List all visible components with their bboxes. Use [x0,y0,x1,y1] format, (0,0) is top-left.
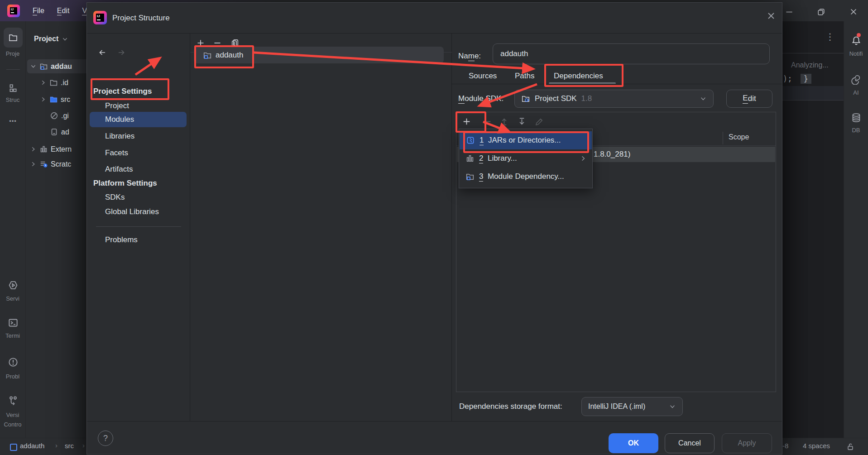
status-encoding[interactable]: -8 [782,442,788,450]
ai-assistant-button[interactable] [849,72,863,86]
library-icon [39,145,48,153]
jar-icon [466,136,475,145]
tree-label: Extern [51,145,72,153]
window-close-button[interactable] [847,5,860,19]
breadcrumb-src[interactable]: src [65,442,74,450]
nav-item-problems[interactable]: Problems [105,233,138,247]
storage-format-select[interactable]: IntelliJ IDEA (.iml) [581,397,683,416]
chevron-down-icon [669,403,676,410]
ok-button[interactable]: OK [609,433,658,453]
database-label: DB [844,127,868,134]
tab-dependencies[interactable]: Dependencies [554,72,603,81]
breadcrumb-module[interactable]: addauth [20,442,44,450]
tool-structure-button[interactable] [6,81,20,95]
back-icon[interactable] [98,48,107,57]
chevron-right-icon[interactable] [40,96,47,103]
nav-item-project[interactable]: Project [105,99,129,113]
module-sdk-select[interactable]: Project SDK 1.8 [514,90,714,108]
dialog-close-button[interactable] [764,9,778,23]
lock-icon[interactable] [846,442,855,451]
menu-item-module-dependency[interactable]: 3 Module Dependency... [459,168,592,186]
nav-divider [96,226,181,227]
notifications-button[interactable] [849,34,863,48]
tree-row-iml[interactable]: ad [50,125,69,139]
tree-label: .gi [61,112,69,120]
move-down-button[interactable] [515,115,528,128]
scope-column-divider [723,132,723,144]
move-up-button[interactable] [497,115,511,128]
right-tool-strip: Notifi AI DB [844,21,868,438]
tree-row-gitignore[interactable]: .gi [50,109,69,123]
cancel-button[interactable]: Cancel [665,433,715,453]
edit-dependency-button[interactable] [532,115,546,128]
modules-list-panel: addauth [190,34,452,421]
name-label: Name: [458,52,481,61]
storage-format-value: IntelliJ IDEA (.iml) [588,402,645,411]
menu-edit[interactable]: Edit [57,7,70,15]
sdk-edit-button[interactable]: Edit [726,90,772,108]
menu-file[interactable]: File [33,7,44,15]
window-minimize-button[interactable] [782,5,796,19]
tree-row-external-libraries[interactable]: Extern [30,142,72,156]
project-tool-window-title: Project [34,35,58,43]
tab-paths[interactable]: Paths [515,72,534,81]
dialog-nav-panel: Project Settings Project Modules Librari… [87,34,190,421]
database-button[interactable] [849,111,863,125]
chevron-right-icon[interactable] [30,146,37,153]
tree-row-idea[interactable]: .id [40,76,68,90]
add-dependency-button[interactable] [460,115,473,128]
dialog-footer: ? OK Cancel Apply [87,421,782,454]
tree-label: addau [51,62,72,71]
tool-project-label: Proje [1,50,24,57]
nav-item-sdks[interactable]: SDKs [105,190,125,204]
help-button[interactable]: ? [98,431,113,446]
status-indent[interactable]: 4 spaces [803,442,830,450]
tree-row-src[interactable]: src [40,92,70,106]
tool-services-button[interactable] [6,278,20,292]
nav-item-global-libraries[interactable]: Global Libraries [105,205,159,219]
remove-dependency-button[interactable] [480,115,494,128]
more-tools-button[interactable]: ••• [0,118,26,125]
nav-item-modules[interactable]: Modules [105,112,134,126]
nav-item-facets[interactable]: Facets [105,146,128,160]
app-logo: IJ [7,5,20,17]
tool-problems-button[interactable] [6,355,20,369]
chevron-down-icon[interactable] [62,36,68,43]
code-line: ); } [783,74,811,84]
chevron-down-icon[interactable] [30,63,37,70]
status-module-icon [10,444,17,451]
scope-column-header[interactable]: Scope [729,133,749,141]
menu-item-jars-or-directories[interactable]: 1 JARs or Directories... [460,131,592,149]
name-value: addauth [500,49,528,58]
tree-row-scratches[interactable]: Scratc [30,157,71,171]
breadcrumb-separator: › [55,441,58,449]
menu-view[interactable]: V [82,7,87,15]
window-restore-button[interactable] [814,5,828,19]
sdk-icon [521,94,530,103]
tabs-divider [452,84,782,84]
tool-project-button[interactable] [4,28,23,48]
dialog-title-bar: IJ Project Structure [87,3,782,34]
nav-item-artifacts[interactable]: Artifacts [105,162,133,176]
chevron-right-icon[interactable] [40,79,47,86]
tool-version-control-button[interactable] [6,394,20,407]
tool-terminal-button[interactable] [6,316,20,330]
menu-item-library[interactable]: 2 Library... [459,149,592,168]
nav-item-libraries[interactable]: Libraries [105,129,134,143]
editor-kebab-menu[interactable]: ⋮ [825,31,834,42]
submenu-chevron-icon [580,155,587,162]
module-list-item-addauth[interactable]: addauth [194,47,444,63]
library-icon [465,154,475,163]
breadcrumb-separator: › [82,441,85,449]
forward-icon[interactable] [117,48,126,57]
sdk-value: Project SDK [535,94,577,103]
name-input[interactable]: addauth [493,43,770,64]
module-name: addauth [216,51,243,60]
apply-button[interactable]: Apply [722,433,772,453]
chevron-right-icon[interactable] [30,161,37,168]
add-dependency-popup-menu: 1 JARs or Directories... 2 Library... 3 … [459,129,593,188]
scratches-icon [39,160,48,168]
tab-sources[interactable]: Sources [469,72,497,81]
tree-row-addauth[interactable]: addau [30,59,72,73]
left-tool-strip: Proje Struc ••• Servi Termi Probl Versi … [0,21,26,438]
